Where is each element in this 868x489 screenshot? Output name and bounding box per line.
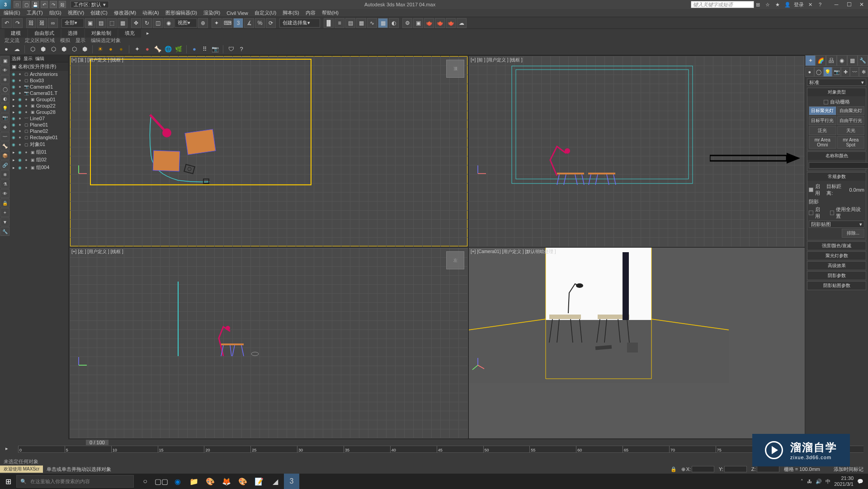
viewport-left[interactable]: [+] [左 ] [用户定义 ] [线框 ] 左 bbox=[70, 248, 468, 438]
help2-icon[interactable]: ? bbox=[237, 45, 246, 54]
ref-coord-dropdown[interactable]: 视图 ▾ bbox=[175, 19, 197, 28]
render-iterative-button[interactable]: 🫖 bbox=[435, 18, 445, 28]
lt-display-icon[interactable]: 👁 bbox=[0, 66, 9, 75]
app3-icon[interactable]: ◢ bbox=[268, 474, 283, 489]
menu-script[interactable]: 脚本(S) bbox=[283, 9, 299, 16]
ribbon-tab-selection[interactable]: 选择 bbox=[61, 29, 84, 38]
env2-icon[interactable]: ⬢ bbox=[38, 45, 47, 54]
render-setup-button[interactable]: ⚙ bbox=[402, 18, 412, 28]
lt-spanner-icon[interactable]: 🔧 bbox=[0, 227, 9, 236]
toggle-ribbon-button[interactable]: ▦ bbox=[356, 18, 366, 28]
window-crossing-button[interactable]: ▦ bbox=[118, 18, 127, 28]
cp-rollout-intensity[interactable]: 强度/颜色/衰减 bbox=[807, 242, 866, 250]
cp-light-subtab[interactable]: 💡 bbox=[823, 67, 832, 77]
scene-item[interactable]: ◉●▢Plane01 bbox=[10, 122, 68, 128]
menu-edit[interactable]: 编辑(E) bbox=[4, 9, 20, 16]
use-global-checkbox[interactable] bbox=[830, 211, 835, 215]
light-free-spot-button[interactable]: 自由聚光灯 bbox=[837, 106, 865, 115]
lt-xref-icon[interactable]: 🔗 bbox=[0, 160, 9, 169]
cp-general-header[interactable]: 常规参数 bbox=[807, 173, 866, 181]
z-coord-input[interactable] bbox=[757, 466, 779, 472]
lt-geom-icon[interactable]: ◯ bbox=[0, 85, 9, 94]
lt-light-icon[interactable]: 💡 bbox=[0, 103, 9, 113]
tray-ime-icon[interactable]: 中 bbox=[826, 478, 830, 485]
lt-select-icon[interactable]: ▣ bbox=[0, 56, 9, 65]
cp-hierarchy-tab[interactable]: 品 bbox=[826, 55, 836, 66]
scene-item[interactable]: ▸◉●▣Group01 bbox=[10, 96, 68, 103]
scene-item[interactable]: ◉●▢Plane02 bbox=[10, 128, 68, 134]
y-coord-input[interactable] bbox=[724, 466, 747, 472]
cp-name-color-header[interactable]: 名称和颜色 bbox=[807, 152, 866, 160]
cortana-icon[interactable]: ○ bbox=[137, 474, 153, 489]
cp-rollout-advanced[interactable]: 高级效果 bbox=[807, 262, 866, 270]
material-editor-button[interactable]: ◐ bbox=[389, 18, 399, 28]
scene-item[interactable]: ◉●▢对象01 bbox=[10, 141, 68, 148]
cp-camera-subtab[interactable]: 📷 bbox=[832, 67, 841, 77]
layer-button[interactable]: ▤ bbox=[345, 18, 355, 28]
rotate-button[interactable]: ↻ bbox=[142, 18, 152, 28]
render-active-button[interactable]: 🫖 bbox=[446, 18, 456, 28]
angle-snap-button[interactable]: ∡ bbox=[244, 18, 254, 28]
edge-icon[interactable]: ◉ bbox=[170, 474, 185, 489]
scene-item[interactable]: ▸◉●▣组02 bbox=[10, 156, 68, 164]
move-button[interactable]: ✥ bbox=[131, 18, 141, 28]
enable-checkbox[interactable] bbox=[809, 188, 813, 192]
select-name-button[interactable]: ▤ bbox=[96, 18, 106, 28]
menu-view[interactable]: 视图(V) bbox=[68, 9, 85, 16]
cp-rollout-shadowmap[interactable]: 阴影贴图参数 bbox=[807, 282, 866, 290]
tray-up-icon[interactable]: ˄ bbox=[801, 479, 803, 484]
bone-icon[interactable]: 🦴 bbox=[153, 45, 162, 54]
lt-plus-icon[interactable]: + bbox=[0, 208, 9, 217]
tray-clock[interactable]: 21:30 2021/3/1 bbox=[834, 475, 854, 487]
3dsmax-taskbar-icon[interactable]: 3 bbox=[284, 474, 299, 489]
light-mr-omni-button[interactable]: mr Area Omni bbox=[809, 136, 836, 149]
scene-item[interactable]: ▸◉●▣Group28 bbox=[10, 109, 68, 115]
link-button[interactable]: ⛓ bbox=[26, 18, 36, 28]
scene-item[interactable]: ▸◉●▣Group22 bbox=[10, 103, 68, 109]
sun3-icon[interactable]: ● bbox=[117, 45, 126, 54]
cp-modify-tab[interactable]: 🌈 bbox=[816, 55, 826, 66]
env5-icon[interactable]: ⬡ bbox=[70, 45, 79, 54]
viewport-left-label[interactable]: [+] [左 ] [用户定义 ] [线框 ] bbox=[71, 249, 123, 255]
cp-utilities-tab[interactable]: 🔧 bbox=[858, 55, 868, 66]
exchange-icon[interactable]: ✕ bbox=[807, 1, 814, 8]
globe-icon[interactable]: 🌐 bbox=[164, 45, 173, 54]
se-tab-select[interactable]: 选择 bbox=[12, 56, 21, 62]
env-icon[interactable]: ⬡ bbox=[28, 45, 37, 54]
help-icon[interactable]: ? bbox=[816, 1, 824, 8]
qat-open-icon[interactable]: ▢ bbox=[23, 1, 30, 8]
ribbon-sub-3[interactable]: 显示 bbox=[75, 37, 85, 44]
camera-icon[interactable]: 📷 bbox=[211, 45, 220, 54]
menu-animation[interactable]: 动画(A) bbox=[142, 9, 159, 16]
menu-create[interactable]: 创建(C) bbox=[90, 9, 107, 16]
qat-new-icon[interactable]: □ bbox=[14, 1, 21, 8]
favorite-icon[interactable]: ★ bbox=[774, 1, 781, 8]
se-sort-header[interactable]: ▣ 名称(按升序排序) bbox=[10, 62, 68, 71]
time-ruler[interactable]: 0 5 10 15 20 25 30 35 40 45 50 55 60 65 … bbox=[18, 446, 863, 453]
select-region-button[interactable]: ⬚ bbox=[107, 18, 117, 28]
light-skylight-button[interactable]: 天光 bbox=[837, 126, 865, 135]
cp-category-dropdown[interactable]: 标准▾ bbox=[807, 79, 866, 86]
mirror-button[interactable]: ▐▌ bbox=[324, 18, 334, 28]
firefox-icon[interactable]: 🦊 bbox=[219, 474, 234, 489]
minimize-button[interactable]: ─ bbox=[830, 0, 843, 9]
lt-lock-icon[interactable]: 🔒 bbox=[0, 198, 9, 207]
lt-camera-icon[interactable]: 📷 bbox=[0, 113, 9, 122]
cloud2-icon[interactable]: ☁ bbox=[12, 45, 21, 54]
menu-help[interactable]: 帮助(H) bbox=[322, 9, 339, 16]
menu-group[interactable]: 组(G) bbox=[49, 9, 61, 16]
lt-warp-icon[interactable]: 〰 bbox=[0, 132, 9, 141]
lt-funnel-icon[interactable]: ▼ bbox=[0, 217, 9, 226]
menu-content[interactable]: 内容 bbox=[306, 9, 316, 16]
shadow-type-dropdown[interactable]: 阴影贴图▾ bbox=[809, 221, 864, 228]
selection-filter-dropdown[interactable]: 全部 ▾ bbox=[61, 19, 84, 28]
scene-item[interactable]: ◉●▢Archinteriors bbox=[10, 71, 68, 77]
multi-icon[interactable]: ⠿ bbox=[200, 45, 209, 54]
bind-button[interactable]: ∞ bbox=[48, 18, 58, 28]
menu-render[interactable]: 渲染(R) bbox=[203, 9, 220, 16]
login-link[interactable]: 登录 bbox=[794, 1, 804, 8]
cp-helper-subtab[interactable]: ✚ bbox=[841, 67, 850, 77]
add-time-tag[interactable]: 添加时间标记 bbox=[834, 466, 863, 473]
env6-icon[interactable]: ⬢ bbox=[80, 45, 89, 54]
se-tab-display[interactable]: 显示 bbox=[24, 56, 33, 62]
